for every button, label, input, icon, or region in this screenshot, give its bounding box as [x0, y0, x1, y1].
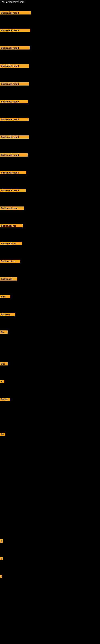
bottleneck-result-badge: Bottleneck result: [0, 82, 29, 86]
bottleneck-result-badge: Bottleneck result: [0, 136, 29, 139]
bottleneck-result-badge: Bottleneck result: [0, 64, 29, 68]
bottleneck-result-badge: Bottleneck result: [0, 189, 26, 192]
bottleneck-result-badge: i: [0, 575, 2, 578]
bottleneck-result-badge: Bottle: [0, 398, 10, 401]
bottleneck-result-badge: Bottleneck result: [0, 171, 26, 174]
bottleneck-result-badge: Bottleneck result: [0, 100, 28, 103]
bottleneck-result-badge: Bottleneck res: [0, 224, 23, 228]
bottleneck-result-badge: Bottleneck result: [0, 29, 30, 32]
bottleneck-result-badge: Bottleneck result: [0, 118, 29, 121]
bottleneck-result-badge: Bottleneck result: [0, 11, 31, 14]
bottleneck-result-badge: Bottleneck res: [0, 242, 22, 245]
bottleneck-result-badge: Bottleneck result: [0, 153, 28, 156]
bottleneck-result-badge: |: [0, 539, 3, 542]
bottleneck-result-badge: |: [0, 557, 3, 560]
bottleneck-result-badge: Bo: [0, 330, 8, 334]
bottleneck-result-badge: Bottlene: [0, 313, 15, 316]
bottleneck-result-badge: B: [0, 380, 4, 383]
bottleneck-result-badge: Bottleneck result: [0, 46, 30, 50]
site-title: TheBottlenecker.com: [0, 0, 100, 4]
bottleneck-result-badge: Bottleneck re: [0, 260, 20, 263]
bottleneck-result-badge: Bottleneck: [0, 277, 17, 280]
bottleneck-result-badge: Bot: [0, 362, 8, 366]
bottleneck-result-badge: Bottl: [0, 295, 10, 298]
bottleneck-result-badge: Bottleneck resu: [0, 206, 24, 210]
bottleneck-result-badge: Bo: [0, 433, 5, 436]
